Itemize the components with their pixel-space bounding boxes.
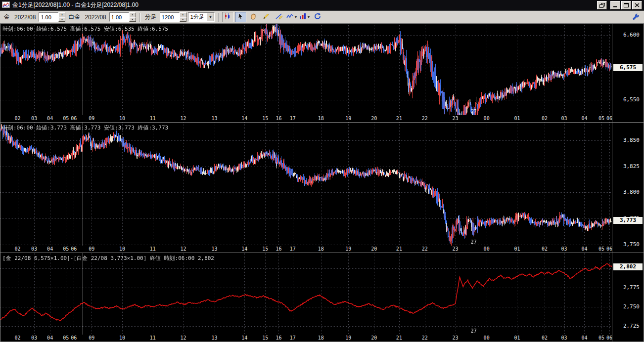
time-tick-label: 06 xyxy=(71,116,77,121)
candle-chart-tool-button[interactable] xyxy=(222,12,233,22)
bar-chart-icon xyxy=(299,13,306,21)
current-price-badge: 2,802 xyxy=(613,263,643,270)
platinum-time-axis: 0203040506091011121314151617181920212223… xyxy=(0,246,612,253)
platinum-multiplier-spinner: ▲▼ xyxy=(109,12,136,22)
time-tick-label: 17 xyxy=(290,246,296,252)
spread-line-canvas[interactable] xyxy=(0,253,612,335)
gold-candle-canvas[interactable] xyxy=(0,24,612,115)
bar-count-input[interactable] xyxy=(160,12,180,22)
gold-chart-area[interactable]: 時刻:06:00 始値:6,575 高値:6,575 安値:6,535 終値:6… xyxy=(0,24,612,115)
close-button[interactable] xyxy=(632,1,642,9)
gold-multiplier-up-button[interactable]: ▲ xyxy=(58,12,65,17)
time-tick-label: 20 xyxy=(371,335,377,341)
time-tick-label: 02 xyxy=(15,116,21,121)
time-tick-label: 03 xyxy=(561,116,567,121)
time-tick-label: 06 xyxy=(71,335,77,341)
time-tick-label: 19 xyxy=(345,335,351,341)
time-tick-label: 12 xyxy=(181,335,186,341)
time-tick-label: 06 xyxy=(606,246,612,252)
time-tick-label: 02 xyxy=(542,116,548,121)
price-tick-label: 2,725 xyxy=(623,323,640,329)
spread-time-axis: 0203040506091011121314151617181920212223… xyxy=(0,335,612,342)
platinum-multiplier-down-button[interactable]: ▼ xyxy=(129,17,136,22)
time-tick-label: 00 xyxy=(484,246,490,252)
time-tick-label: 05 xyxy=(63,116,69,121)
gold-multiplier-down-button[interactable]: ▼ xyxy=(58,17,65,22)
gold-chart-panel: 時刻:06:00 始値:6,575 高値:6,575 安値:6,535 終値:6… xyxy=(0,24,644,123)
time-tick-label: 06 xyxy=(606,335,612,341)
price-tick-label: 3,750 xyxy=(623,242,640,248)
time-tick-label: 17 xyxy=(290,335,296,341)
time-tick-label: 17 xyxy=(290,116,296,121)
freeline-tool-button[interactable]: ▼ xyxy=(286,12,298,22)
time-tick-label: 23 xyxy=(453,335,459,341)
time-tick-label: 02 xyxy=(15,335,21,341)
time-tick-label: 13 xyxy=(212,246,218,252)
spread-chart-area[interactable]: [金 22/08 6,575×1.00]-[白金 22/08 3,773×1.0… xyxy=(0,253,612,335)
time-tick-label: 05 xyxy=(598,116,604,121)
price-tick-label: 6,600 xyxy=(623,32,640,38)
time-tick-label: 04 xyxy=(581,335,587,341)
trendline-tool-button[interactable] xyxy=(274,12,285,22)
platinum-symbol-label: 白金 xyxy=(67,13,82,21)
time-tick-label: 10 xyxy=(119,246,125,252)
gold-multiplier-input[interactable] xyxy=(39,12,58,22)
cursor-tool-button[interactable] xyxy=(235,12,246,22)
toolbar-separator xyxy=(139,13,140,22)
chart-panels: 時刻:06:00 始値:6,575 高値:6,575 安値:6,535 終値:6… xyxy=(0,24,644,342)
price-tick-label: 3,850 xyxy=(623,137,640,143)
time-tick-label: 11 xyxy=(150,116,156,121)
current-price-badge: 3,773 xyxy=(613,217,643,224)
platinum-chart-area[interactable]: 時刻:06:00 始値:3,773 高値:3,773 安値:3,773 終値:3… xyxy=(0,123,612,246)
timeframe-select[interactable]: 1分足 ▼ xyxy=(188,12,215,22)
pencil-tool-button[interactable] xyxy=(261,12,272,22)
time-tick-label: 09 xyxy=(89,335,94,341)
time-tick-label: 15 xyxy=(262,116,268,121)
gold-multiplier-spinner: ▲▼ xyxy=(39,12,65,22)
hand-icon xyxy=(250,13,257,21)
window-title: 金1分足[2022/08]1.00 - 白金1分足[2022/08]1.00 xyxy=(12,1,595,9)
restore-window-button[interactable] xyxy=(597,1,607,9)
time-tick-label: 16 xyxy=(276,116,281,121)
bar-count-spinner: ▲▼ xyxy=(160,12,186,22)
chart-type-dropdown-button[interactable]: ▼ xyxy=(299,12,311,22)
titlebar: 金1分足[2022/08]1.00 - 白金1分足[2022/08]1.00 xyxy=(0,0,644,11)
price-tick-label: 2,750 xyxy=(623,304,640,310)
price-tick-label: 2,775 xyxy=(623,285,640,291)
minimize-button[interactable] xyxy=(610,1,620,9)
time-tick-label: 03 xyxy=(561,246,567,252)
time-tick-label: 11 xyxy=(150,335,156,341)
maximize-button[interactable] xyxy=(621,1,631,9)
time-tick-label: 01 xyxy=(514,335,520,341)
refresh-button[interactable] xyxy=(312,12,323,22)
time-tick-label: 06 xyxy=(71,246,77,252)
platinum-multiplier-up-button[interactable]: ▲ xyxy=(129,12,136,17)
time-tick-label: 16 xyxy=(276,246,281,252)
time-tick-label: 05 xyxy=(598,246,604,252)
platinum-multiplier-input[interactable] xyxy=(109,12,129,22)
time-tick-label: 18 xyxy=(318,335,324,341)
spread-chart-panel: [金 22/08 6,575×1.00]-[白金 22/08 3,773×1.0… xyxy=(0,253,644,342)
time-tick-label: 02 xyxy=(542,246,548,252)
pan-hand-tool-button[interactable] xyxy=(248,12,259,22)
time-tick-label: 05 xyxy=(63,335,69,341)
pencil-icon xyxy=(263,13,270,21)
time-tick-label: 19 xyxy=(345,116,351,121)
bar-count-down-button[interactable]: ▼ xyxy=(180,17,186,22)
app-icon xyxy=(2,1,10,10)
timeframe-selected-value: 1分足 xyxy=(190,13,204,21)
settings-wrench-button[interactable] xyxy=(630,12,642,22)
time-tick-label: 15 xyxy=(262,335,268,341)
current-price-badge: 6,575 xyxy=(613,64,643,71)
toolbar: 金 2022/08 ▲▼ 白金 2022/08 ▲▼ 分足 ▲▼ 1分足 ▼ ▼… xyxy=(0,11,644,24)
bar-count-up-button[interactable]: ▲ xyxy=(180,12,186,17)
time-tick-label: 18 xyxy=(318,116,324,121)
platinum-candle-canvas[interactable] xyxy=(0,123,612,246)
time-tick-label: 10 xyxy=(119,335,125,341)
time-tick-label: 10 xyxy=(119,116,125,121)
candle-chart-icon xyxy=(224,13,231,21)
time-tick-label: 23 xyxy=(453,116,459,121)
time-tick-label: 03 xyxy=(31,116,37,121)
time-tick-label: 15 xyxy=(262,246,268,252)
time-tick-label: 22 xyxy=(422,335,428,341)
